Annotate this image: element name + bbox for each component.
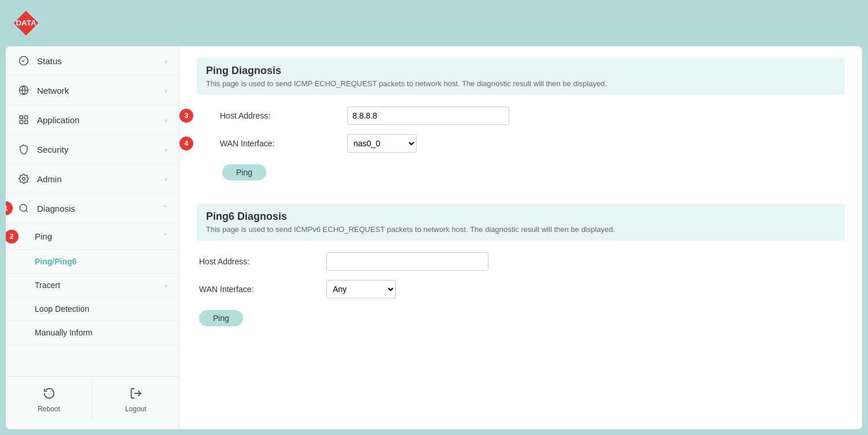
ping-section-desc: This page is used to send ICMP ECHO_REQU… bbox=[206, 79, 836, 88]
ping-wan-select[interactable]: nas0_0 bbox=[347, 134, 417, 153]
sidebar-subitem-tracert[interactable]: Tracert › bbox=[6, 274, 179, 297]
logout-label: Logout bbox=[125, 405, 146, 413]
chevron-down-ping: ˅ bbox=[163, 232, 167, 241]
badge-1: 1 bbox=[6, 201, 13, 215]
ping6-wan-row: WAN Interface: Any bbox=[197, 280, 845, 298]
ping-section-header: Ping Diagnosis This page is used to send… bbox=[197, 58, 845, 95]
security-icon bbox=[17, 143, 30, 156]
diagnosis-icon bbox=[17, 202, 30, 215]
ping6-section-desc: This page is used to send ICMPv6 ECHO_RE… bbox=[206, 225, 836, 234]
sidebar-item-admin[interactable]: Admin › bbox=[6, 164, 179, 194]
reboot-icon bbox=[43, 387, 56, 403]
ping-diagnosis-section: Ping Diagnosis This page is used to send… bbox=[197, 58, 845, 180]
badge-3: 3 bbox=[179, 109, 193, 123]
ping6-host-label: Host Address: bbox=[199, 257, 326, 266]
chevron-down-diagnosis: ˅ bbox=[163, 204, 167, 213]
status-icon bbox=[17, 54, 30, 67]
svg-text:DATA: DATA bbox=[16, 19, 36, 27]
chevron-right-tracert: › bbox=[165, 281, 167, 290]
sidebar-label-diagnosis: Diagnosis bbox=[37, 204, 75, 213]
badge-2: 2 bbox=[6, 230, 19, 244]
svg-point-8 bbox=[20, 204, 27, 211]
svg-rect-6 bbox=[25, 121, 28, 124]
sidebar-item-network[interactable]: Network › bbox=[6, 76, 179, 105]
ping6-host-row: Host Address: bbox=[197, 252, 845, 271]
sidebar-label-application: Application bbox=[37, 115, 79, 125]
svg-rect-5 bbox=[20, 121, 23, 124]
sidebar-item-diagnosis[interactable]: 1 Diagnosis ˅ bbox=[6, 194, 179, 223]
ping6-host-input[interactable] bbox=[326, 252, 488, 271]
sidebar-bottom: Reboot Logout bbox=[6, 376, 179, 423]
reboot-label: Reboot bbox=[38, 405, 60, 413]
subitem-label-loop-detection: Loop Detection bbox=[35, 304, 89, 314]
application-icon bbox=[17, 113, 30, 126]
ping-host-row: 3 Host Address: bbox=[197, 106, 845, 125]
ping6-wan-label: WAN Interface: bbox=[199, 285, 326, 294]
sidebar-label-security: Security bbox=[37, 145, 68, 154]
sidebar-subitem-loop-detection[interactable]: Loop Detection bbox=[6, 297, 179, 321]
subitem-label-tracert: Tracert bbox=[35, 281, 60, 290]
subitem-label-manually-inform: Manually Inform bbox=[35, 328, 93, 337]
main-content: Ping Diagnosis This page is used to send… bbox=[179, 46, 862, 429]
chevron-right-application: › bbox=[165, 116, 167, 124]
sidebar-item-security[interactable]: Security › bbox=[6, 135, 179, 164]
logo: DATA bbox=[12, 9, 41, 38]
admin-icon bbox=[17, 172, 30, 185]
sidebar-subitem-ping-ping6[interactable]: Ping/Ping6 bbox=[6, 250, 179, 274]
svg-point-7 bbox=[23, 178, 25, 180]
ping-wan-label: WAN Interface: bbox=[220, 139, 347, 148]
logo-icon: DATA bbox=[12, 9, 41, 38]
sidebar-item-application[interactable]: Application › bbox=[6, 105, 179, 135]
ping6-wan-select[interactable]: Any bbox=[326, 280, 396, 298]
sidebar-label-admin: Admin bbox=[37, 174, 62, 184]
header: DATA bbox=[0, 0, 868, 46]
main-wrapper: Status › Network › bbox=[6, 46, 862, 429]
ping-host-label: Host Address: bbox=[220, 111, 347, 120]
ping-button[interactable]: Ping bbox=[222, 164, 266, 180]
ping6-diagnosis-section: Ping6 Diagnosis This page is used to sen… bbox=[197, 204, 845, 326]
reboot-button[interactable]: Reboot bbox=[6, 382, 93, 418]
ping-host-input[interactable] bbox=[347, 106, 509, 125]
sidebar-label-status: Status bbox=[37, 56, 62, 66]
sidebar-label-network: Network bbox=[37, 86, 69, 95]
sidebar-item-status[interactable]: Status › bbox=[6, 46, 179, 76]
chevron-right-status: › bbox=[165, 57, 167, 65]
ping6-section-header: Ping6 Diagnosis This page is used to sen… bbox=[197, 204, 845, 241]
svg-rect-3 bbox=[20, 116, 23, 119]
ping6-section-title: Ping6 Diagnosis bbox=[206, 211, 836, 223]
subitem-label-ping-ping6: Ping/Ping6 bbox=[35, 257, 76, 266]
ping-wan-row: 4 WAN Interface: nas0_0 bbox=[197, 134, 845, 153]
sidebar: Status › Network › bbox=[6, 46, 179, 429]
sidebar-label-ping: Ping bbox=[35, 231, 52, 241]
logout-icon bbox=[130, 387, 142, 403]
chevron-right-admin: › bbox=[165, 175, 167, 183]
ping6-button[interactable]: Ping bbox=[199, 310, 243, 326]
chevron-right-security: › bbox=[165, 145, 167, 154]
ping-section-title: Ping Diagnosis bbox=[206, 65, 836, 77]
sidebar-item-ping[interactable]: 2 Ping ˅ bbox=[6, 223, 179, 250]
badge-4: 4 bbox=[179, 137, 193, 150]
svg-rect-4 bbox=[25, 116, 28, 119]
sidebar-subitem-manually-inform[interactable]: Manually Inform bbox=[6, 321, 179, 345]
logout-button[interactable]: Logout bbox=[93, 382, 179, 418]
chevron-right-network: › bbox=[165, 86, 167, 95]
network-icon bbox=[17, 84, 30, 97]
